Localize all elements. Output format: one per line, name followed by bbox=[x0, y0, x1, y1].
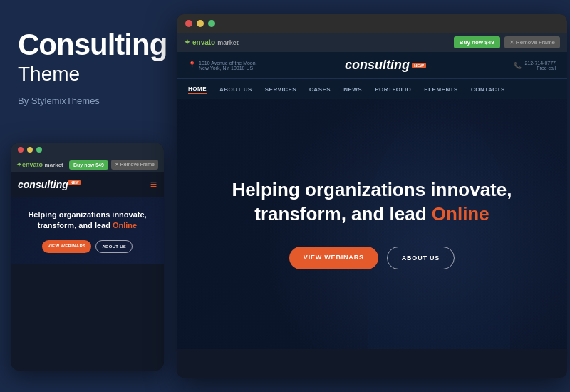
desktop-site-header: 📍 1010 Avenue of the Moon, New York, NY … bbox=[177, 52, 567, 78]
mobile-hero-buttons: VIEW WEBINARS ABOUT US bbox=[18, 240, 157, 253]
desktop-consulting-logo: consulting NEW bbox=[345, 58, 426, 73]
mobile-envato-logo: ✦envato market bbox=[16, 161, 63, 168]
desktop-hero: Helping organizations innovate, transfor… bbox=[177, 99, 567, 349]
theme-title-light: Theme bbox=[18, 63, 153, 86]
phone-icon: 📞 bbox=[514, 62, 522, 69]
desktop-buy-button[interactable]: Buy now $49 bbox=[454, 36, 500, 48]
desktop-hero-buttons: VIEW WEBINARS ABOUT US bbox=[232, 247, 512, 269]
desktop-new-badge: NEW bbox=[412, 63, 426, 68]
nav-item-home[interactable]: HOME bbox=[188, 84, 207, 94]
mobile-hero: Helping organizations innovate, transfor… bbox=[11, 197, 164, 264]
desktop-remove-button[interactable]: ✕ Remove Frame bbox=[504, 36, 560, 48]
desktop-address: 📍 1010 Avenue of the Moon, New York, NY … bbox=[188, 61, 257, 71]
nav-item-contacts[interactable]: CONTACTS bbox=[471, 85, 505, 94]
theme-title-bold: Consulting bbox=[18, 29, 153, 61]
mobile-hamburger-icon[interactable]: ≡ bbox=[150, 178, 157, 191]
mobile-dot-yellow bbox=[27, 147, 33, 153]
mobile-mockup: ✦envato market Buy now $49 ✕ Remove Fram… bbox=[11, 143, 164, 371]
mobile-online-word: Online bbox=[113, 221, 137, 229]
mobile-envato-bar: ✦envato market Buy now $49 ✕ Remove Fram… bbox=[11, 157, 164, 172]
desktop-dot-red bbox=[185, 20, 192, 27]
nav-item-news[interactable]: NEWS bbox=[343, 85, 362, 94]
desktop-phone: 📞 212-714-0777 Free call bbox=[514, 61, 556, 71]
mobile-remove-button[interactable]: ✕ Remove Frame bbox=[111, 160, 158, 170]
nav-item-cases[interactable]: CASES bbox=[309, 85, 331, 94]
mobile-browser-chrome bbox=[11, 143, 164, 157]
desktop-browser-chrome bbox=[177, 14, 567, 33]
desktop-envato-logo: ✦ envatomarket bbox=[184, 38, 239, 47]
desktop-nav: HOME ABOUT US SERVICES CASES NEWS PORTFO… bbox=[177, 78, 567, 99]
desktop-envato-bar-right: Buy now $49 ✕ Remove Frame bbox=[454, 36, 560, 48]
desktop-online-word: Online bbox=[432, 203, 489, 225]
desktop-dot-yellow bbox=[197, 20, 204, 27]
location-icon: 📍 bbox=[188, 61, 196, 68]
mobile-consulting-logo: consultingNEW bbox=[18, 179, 81, 190]
hero-headline: Helping organizations innovate, transfor… bbox=[232, 178, 512, 227]
author-text: By StylemixThemes bbox=[18, 96, 153, 106]
mobile-view-webinars-button[interactable]: VIEW WEBINARS bbox=[42, 240, 92, 253]
nav-item-portfolio[interactable]: PORTFOLIO bbox=[375, 85, 411, 94]
mobile-about-us-button[interactable]: ABOUT US bbox=[95, 240, 133, 253]
nav-item-services[interactable]: SERVICES bbox=[265, 85, 296, 94]
mobile-dot-red bbox=[18, 147, 24, 153]
desktop-mockup: ✦ envatomarket Buy now $49 ✕ Remove Fram… bbox=[177, 14, 567, 378]
nav-item-elements[interactable]: ELEMENTS bbox=[424, 85, 458, 94]
desktop-about-us-button[interactable]: ABOUT US bbox=[387, 247, 455, 269]
mobile-site-header: consultingNEW ≡ bbox=[11, 172, 164, 197]
hero-content: Helping organizations innovate, transfor… bbox=[232, 178, 512, 269]
mobile-new-badge: NEW bbox=[68, 180, 81, 185]
mobile-buy-button[interactable]: Buy now $49 bbox=[69, 160, 108, 170]
desktop-envato-bar: ✦ envatomarket Buy now $49 ✕ Remove Fram… bbox=[177, 33, 567, 52]
desktop-dot-green bbox=[208, 20, 215, 27]
mobile-hero-text: Helping organizations innovate, transfor… bbox=[18, 210, 157, 232]
desktop-view-webinars-button[interactable]: VIEW WEBINARS bbox=[289, 247, 378, 269]
nav-item-about[interactable]: ABOUT US bbox=[219, 85, 252, 94]
mobile-dot-green bbox=[36, 147, 42, 153]
